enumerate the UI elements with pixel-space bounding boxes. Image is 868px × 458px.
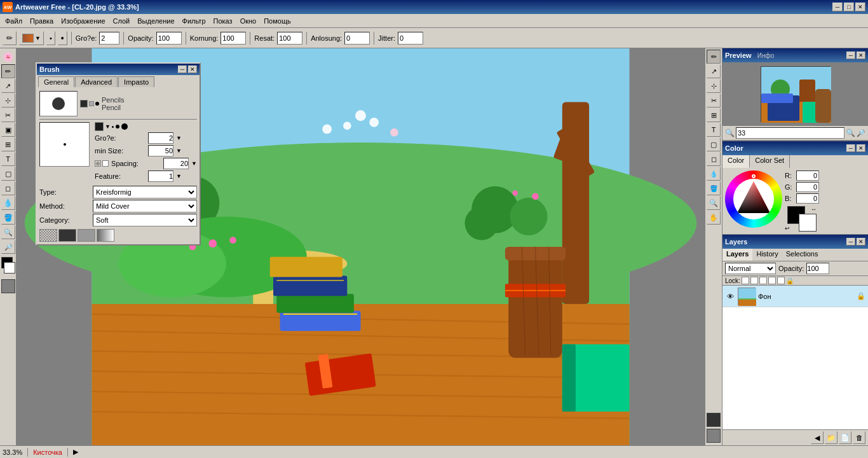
- brush-tab-general[interactable]: General: [38, 76, 74, 87]
- brush-tab-impasto[interactable]: Impasto: [118, 76, 154, 87]
- b-input[interactable]: [796, 193, 819, 204]
- swatch-medium[interactable]: [78, 229, 95, 242]
- color-minimize-button[interactable]: ─: [846, 144, 855, 152]
- color-triangle-area[interactable]: [733, 179, 774, 219]
- layers-close-button[interactable]: ✕: [857, 238, 865, 246]
- brush-picker[interactable]: ▼: [19, 31, 44, 45]
- right-fill[interactable]: 🪣: [707, 181, 721, 195]
- lock-checkbox-1[interactable]: [742, 277, 749, 284]
- text-tool[interactable]: T: [1, 152, 15, 166]
- lock-checkbox-5[interactable]: [777, 277, 785, 284]
- layers-tab-history[interactable]: History: [752, 249, 782, 261]
- jitter-input[interactable]: [398, 32, 423, 45]
- maximize-button[interactable]: □: [844, 3, 854, 11]
- select-grid-tool[interactable]: ⊞: [1, 137, 15, 151]
- brush-dot-medium[interactable]: •: [58, 31, 67, 45]
- right-color-fg[interactable]: [707, 413, 721, 427]
- brush-size-input[interactable]: [148, 132, 173, 144]
- right-color-pattern[interactable]: [707, 429, 721, 443]
- right-crop-tool[interactable]: ✂: [707, 94, 721, 108]
- pencil-tool[interactable]: ✏: [1, 64, 15, 78]
- lock-checkbox-4[interactable]: [768, 277, 776, 284]
- brush-color-dot-dark[interactable]: [80, 100, 88, 108]
- right-arrow-tool[interactable]: ↗: [707, 64, 721, 78]
- brush-dot-small[interactable]: •: [46, 31, 55, 45]
- rect-shape-tool[interactable]: ▢: [1, 167, 15, 181]
- reset-colors-icon[interactable]: ↩: [785, 225, 790, 232]
- category-select[interactable]: Soft: [93, 214, 197, 226]
- brush-feature-arrow[interactable]: ▼: [176, 173, 182, 179]
- menu-view[interactable]: Показ: [210, 16, 236, 26]
- brush-color-dot-light[interactable]: [89, 101, 94, 106]
- brush-panel-close[interactable]: ✕: [188, 66, 197, 73]
- status-arrow[interactable]: ▶: [73, 448, 78, 456]
- color-tab-color[interactable]: Color: [722, 155, 750, 168]
- layer-row-background[interactable]: 👁 Фон 🔒: [722, 286, 868, 307]
- layers-scroll-left[interactable]: ◀: [811, 431, 824, 444]
- bg-color-swatch[interactable]: [799, 214, 817, 232]
- right-transform-tool[interactable]: ⊹: [707, 79, 721, 93]
- anlosung-input[interactable]: [344, 32, 370, 45]
- zoom-search-input[interactable]: [736, 127, 844, 139]
- layers-delete[interactable]: 🗑: [853, 431, 865, 444]
- zoom-in-icon[interactable]: 🔍: [846, 128, 855, 137]
- menu-edit[interactable]: Правка: [26, 16, 57, 26]
- brush-tool-icon[interactable]: ✏: [3, 31, 17, 45]
- close-button[interactable]: ✕: [855, 3, 865, 11]
- brush-black-swatch[interactable]: [95, 122, 104, 131]
- right-rect-tool[interactable]: ▢: [707, 137, 721, 151]
- minimize-button[interactable]: ─: [832, 3, 843, 11]
- brush-feature-input[interactable]: [148, 170, 173, 182]
- zoom-tool[interactable]: 🔍: [1, 225, 15, 239]
- background-color-swatch[interactable]: [4, 262, 15, 274]
- brush-dot[interactable]: [95, 102, 99, 106]
- select-rect-tool[interactable]: ▣: [1, 123, 15, 137]
- layers-opacity-input[interactable]: [806, 263, 829, 274]
- menu-help[interactable]: Помощь: [260, 16, 295, 26]
- layers-minimize-button[interactable]: ─: [846, 238, 855, 246]
- right-zoom[interactable]: 🔍: [707, 196, 721, 210]
- swatch-dark[interactable]: [58, 229, 76, 242]
- lock-checkbox-3[interactable]: [759, 277, 767, 284]
- brush-clock-icon[interactable]: ◎: [95, 160, 101, 167]
- color-close-button[interactable]: ✕: [857, 144, 865, 152]
- swatch-gradient[interactable]: [97, 229, 114, 242]
- canvas-area[interactable]: Brush ─ ✕ General Advanced Impasto: [17, 48, 705, 445]
- brush-size-arrow[interactable]: ▼: [176, 135, 182, 141]
- layer-eye-icon[interactable]: 👁: [725, 291, 735, 302]
- brush-spacing-input[interactable]: [163, 158, 189, 169]
- menu-window[interactable]: Окно: [236, 16, 261, 26]
- right-text-tool[interactable]: T: [707, 123, 721, 137]
- right-grid-tool[interactable]: ⊞: [707, 108, 721, 122]
- zoom-tool2[interactable]: 🔎: [1, 240, 15, 254]
- transform-tool[interactable]: ⊹: [1, 94, 15, 108]
- move-tool[interactable]: ↗: [1, 79, 15, 93]
- brush-checkbox[interactable]: [102, 160, 109, 167]
- size-input[interactable]: [99, 32, 119, 45]
- brush-minsize-input[interactable]: [148, 145, 173, 156]
- right-pencil-tool[interactable]: ✏: [707, 50, 721, 64]
- layers-new-folder[interactable]: 📁: [825, 431, 837, 444]
- kornung-input[interactable]: [220, 32, 246, 45]
- layers-tab-selections[interactable]: Selections: [782, 249, 822, 261]
- swatch-noise[interactable]: [39, 229, 57, 242]
- eyedropper-tool[interactable]: 💧: [1, 196, 15, 210]
- type-select[interactable]: Kreisformig: [93, 186, 197, 198]
- opacity-input[interactable]: [156, 32, 182, 45]
- resat-input[interactable]: [277, 32, 302, 45]
- blend-mode-select[interactable]: Normal: [725, 263, 776, 274]
- method-select[interactable]: Mild Cover: [93, 200, 197, 212]
- menu-layer[interactable]: Слой: [109, 16, 134, 26]
- right-eyedropper[interactable]: 💧: [707, 167, 721, 181]
- color-tab-colorset[interactable]: Color Set: [750, 155, 790, 168]
- zoom-out-icon[interactable]: 🔎: [857, 129, 865, 137]
- brush-minsize-arrow[interactable]: ▼: [176, 148, 182, 154]
- crop-tool[interactable]: ✂: [1, 108, 15, 122]
- layers-new-layer[interactable]: 📄: [839, 431, 851, 444]
- brush-panel-minimize[interactable]: ─: [178, 66, 187, 73]
- layers-tab-layers[interactable]: Layers: [722, 249, 752, 261]
- rect-outline-tool[interactable]: ◻: [1, 181, 15, 195]
- menu-select[interactable]: Выделение: [133, 16, 178, 26]
- brush-spacing-arrow[interactable]: ▼: [191, 160, 197, 167]
- brush-tab-advanced[interactable]: Advanced: [75, 76, 118, 87]
